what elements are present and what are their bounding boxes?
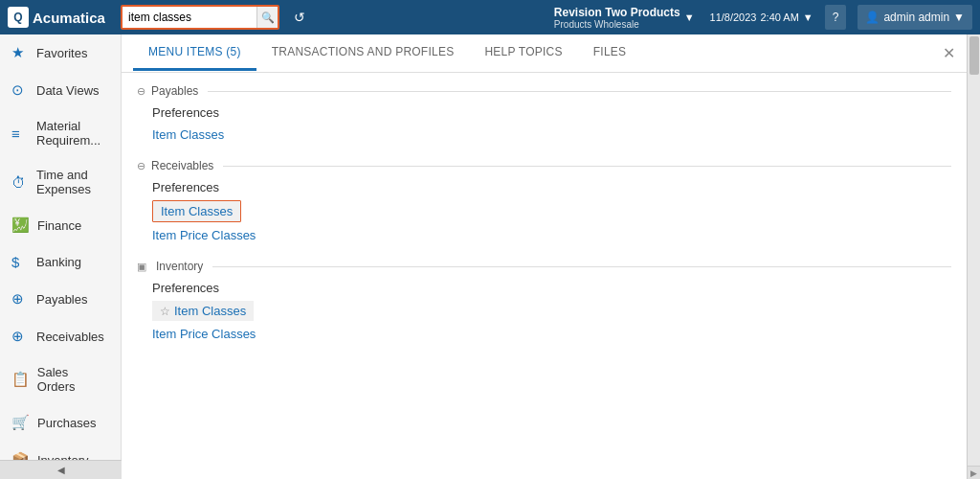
sidebar-item-time-expenses[interactable]: ⏱ Time and Expenses	[0, 158, 121, 207]
sidebar-item-label: Finance	[37, 218, 81, 233]
receivables-icon: ⊕	[11, 328, 29, 345]
sidebar-item-label: Sales Orders	[37, 365, 109, 394]
app-name: Acumatica	[33, 10, 105, 26]
banking-icon: $	[11, 254, 29, 270]
scrollbar-thumb	[969, 36, 979, 75]
sidebar-item-data-views[interactable]: ⊙ Data Views	[0, 72, 121, 109]
sidebar-item-label: Favorites	[36, 46, 87, 60]
search-results-tabs: MENU ITEMS (5) TRANSACTIONS AND PROFILES…	[122, 34, 967, 73]
time-expenses-icon: ⏱	[11, 174, 29, 191]
receivables-preferences-header: Preferences	[152, 180, 951, 194]
payables-preferences-header: Preferences	[152, 105, 951, 120]
tab-files[interactable]: FILES	[578, 35, 642, 71]
sidebar-item-material-req[interactable]: ≡ Material Requirem...	[0, 109, 121, 158]
favorites-icon: ★	[11, 44, 29, 61]
section-receivables: ⊖ Receivables Preferences Item Classes I…	[137, 159, 951, 244]
payables-section-header: ⊖ Payables	[137, 84, 951, 98]
company-name: Revision Two Products	[554, 6, 680, 19]
right-scrollbar[interactable]	[968, 34, 980, 466]
search-results-panel: MENU ITEMS (5) TRANSACTIONS AND PROFILES…	[122, 34, 967, 479]
sidebar-item-label: Data Views	[36, 83, 100, 98]
receivables-section-header: ⊖ Receivables	[137, 159, 951, 172]
right-panel: ▶	[967, 34, 980, 479]
search-close-button[interactable]: ✕	[943, 44, 955, 62]
sidebar-item-sales-orders[interactable]: 📋 Sales Orders	[0, 355, 121, 404]
date-display: 11/8/2023	[710, 11, 757, 23]
payables-preferences-subsection: Preferences Item Classes	[152, 105, 951, 144]
inventory-item-classes-link[interactable]: ☆ Item Classes	[152, 301, 254, 321]
sidebar-collapse-btn[interactable]: ◀	[0, 460, 122, 479]
payables-collapse-icon[interactable]: ⊖	[137, 85, 145, 98]
data-views-icon: ⊙	[11, 81, 29, 99]
receivables-item-price-classes-link[interactable]: Item Price Classes	[152, 226, 951, 244]
sidebar-item-label: Time and Expenses	[36, 168, 109, 196]
company-dropdown-icon: ▼	[684, 11, 695, 23]
receivables-divider	[223, 166, 951, 167]
inventory-preferences-subsection: Preferences ☆ Item Classes Item Price Cl…	[152, 281, 951, 343]
section-inventory: ▣ Inventory Preferences ☆ Item Classes I…	[137, 260, 951, 343]
purchases-icon: 🛒	[11, 414, 30, 431]
tab-menu-items[interactable]: MENU ITEMS (5)	[133, 35, 256, 71]
receivables-item-classes-link[interactable]: Item Classes	[152, 200, 241, 222]
content-area: MENU ITEMS (5) TRANSACTIONS AND PROFILES…	[122, 34, 967, 479]
datetime-dropdown-icon: ▼	[803, 11, 813, 23]
payables-section-label: Payables	[151, 84, 198, 98]
company-sub: Products Wholesale	[554, 19, 680, 30]
user-label: admin admin	[883, 11, 949, 24]
help-icon: ?	[833, 11, 839, 24]
sidebar-item-finance[interactable]: 💹 Finance	[0, 207, 121, 244]
top-navigation: Q Acumatica 🔍 ↺ Revision Two Products Pr…	[0, 0, 980, 34]
help-button[interactable]: ?	[825, 5, 847, 30]
sidebar-item-label: Payables	[36, 292, 87, 307]
history-button[interactable]: ↺	[287, 5, 312, 30]
receivables-collapse-icon[interactable]: ⊖	[137, 160, 145, 172]
company-info[interactable]: Revision Two Products Products Wholesale…	[554, 6, 695, 30]
search-results-body: ⊖ Payables Preferences Item Classes ⊖ Re…	[122, 73, 967, 479]
sidebar-item-label: Banking	[36, 255, 81, 269]
material-req-icon: ≡	[11, 125, 29, 142]
main-layout: ★ Favorites ⊙ Data Views ≡ Material Requ…	[0, 34, 980, 479]
scroll-down-btn[interactable]: ▶	[968, 466, 980, 479]
sidebar-item-label: Receivables	[36, 330, 104, 344]
user-icon: 👤	[865, 11, 880, 24]
inventory-preferences-header: Preferences	[152, 281, 951, 295]
finance-icon: 💹	[11, 217, 30, 234]
sales-orders-icon: 📋	[11, 371, 30, 388]
inventory-section-header: ▣ Inventory	[137, 260, 951, 273]
sidebar-item-payables[interactable]: ⊕ Payables	[0, 281, 121, 318]
time-display: 2:40 AM	[760, 11, 798, 23]
search-button[interactable]: 🔍	[256, 7, 278, 28]
sidebar: ★ Favorites ⊙ Data Views ≡ Material Requ…	[0, 34, 122, 479]
search-input[interactable]	[122, 7, 256, 28]
sidebar-item-banking[interactable]: $ Banking	[0, 244, 121, 281]
section-payables: ⊖ Payables Preferences Item Classes	[137, 84, 951, 144]
sidebar-item-label: Purchases	[37, 416, 96, 430]
user-dropdown-icon: ▼	[953, 11, 965, 24]
search-box-container: 🔍	[121, 5, 279, 30]
sidebar-item-favorites[interactable]: ★ Favorites	[0, 34, 121, 72]
inventory-section-label: Inventory	[156, 260, 203, 273]
inventory-icon-small[interactable]: ▣	[137, 261, 146, 273]
logo-area[interactable]: Q Acumatica	[8, 7, 113, 28]
inventory-item-classes-label: Item Classes	[174, 304, 246, 318]
sidebar-item-purchases[interactable]: 🛒 Purchases	[0, 404, 121, 442]
user-button[interactable]: 👤 admin admin ▼	[858, 5, 972, 30]
receivables-preferences-subsection: Preferences Item Classes Item Price Clas…	[152, 180, 951, 244]
tab-transactions[interactable]: TRANSACTIONS AND PROFILES	[256, 35, 470, 71]
star-icon: ☆	[160, 305, 170, 318]
tab-help-topics[interactable]: HELP TOPICS	[469, 35, 577, 71]
inventory-item-price-classes-link[interactable]: Item Price Classes	[152, 325, 951, 343]
payables-divider	[208, 91, 951, 92]
receivables-section-label: Receivables	[151, 159, 213, 172]
collapse-icon: ◀	[57, 465, 65, 475]
inventory-divider	[212, 266, 951, 267]
sidebar-item-label: Material Requirem...	[36, 119, 109, 148]
sidebar-item-receivables[interactable]: ⊕ Receivables	[0, 318, 121, 355]
datetime-info[interactable]: 11/8/2023 2:40 AM ▼	[710, 11, 813, 23]
logo-icon: Q	[8, 7, 29, 28]
payables-item-classes-link[interactable]: Item Classes	[152, 125, 951, 144]
payables-icon: ⊕	[11, 290, 29, 308]
